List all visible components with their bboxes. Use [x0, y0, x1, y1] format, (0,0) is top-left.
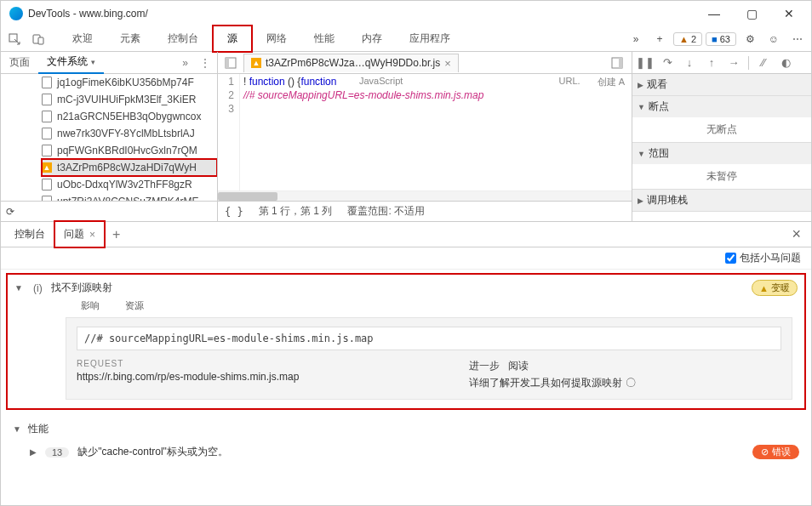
pause-icon[interactable]: ❚❚ [636, 54, 655, 71]
step-out-icon[interactable]: ↑ [702, 54, 721, 71]
maximize-button[interactable]: ▢ [733, 1, 770, 26]
read-label: 阅读 [508, 360, 529, 372]
tab-application[interactable]: 应用程序 [396, 26, 464, 51]
callstack-section[interactable]: ▶调用堆栈 [632, 190, 811, 211]
tab-memory[interactable]: 内存 [348, 26, 396, 51]
minimize-button[interactable]: — [695, 1, 733, 26]
file-item[interactable]: pqFWGnKBRdI0HvcGxln7rQM [42, 142, 217, 159]
file-icon [42, 94, 52, 105]
error-chip: 错误 [752, 445, 799, 459]
info-badge[interactable]: ■63 [706, 32, 736, 46]
perf-heading: 性能 [28, 422, 49, 436]
pause-exc-icon[interactable]: ◐ [776, 54, 795, 71]
code-area[interactable]: ! function () {function //# sourceMappin… [240, 74, 632, 190]
issue-meta-affects: 影响 [81, 299, 100, 312]
issues-label: 问题 [64, 227, 84, 242]
warnings-badge[interactable]: ▲2 [673, 32, 702, 46]
file-icon [42, 196, 52, 201]
step-icon[interactable]: → [724, 54, 743, 71]
line-gutter: 1 2 3 [218, 74, 240, 190]
watch-section[interactable]: ▶观看 [632, 74, 811, 95]
tab-performance[interactable]: 性能 [300, 26, 348, 51]
file-list: jq1ogFimeK6ibKU356bMp74F mC-j3VUIHUiFpkM… [1, 74, 217, 201]
file-item[interactable]: n21aGRCN5EHB3qObygwncox [42, 108, 217, 125]
subtabs-kebab-icon[interactable]: ⋮ [193, 57, 217, 69]
issue-code: //# sourceMappingURL=es-module-shims.min… [77, 327, 781, 350]
close-drawer-icon[interactable]: × [786, 224, 806, 245]
scope-body: 未暂停 [632, 164, 811, 189]
close-window-button[interactable]: ✕ [770, 1, 808, 26]
inspect-icon[interactable] [4, 29, 25, 49]
perf-issue-row[interactable]: ▶ 13 缺少"cache-control"标头或为空。 错误 [13, 441, 799, 463]
tab-elements[interactable]: 元素 [106, 26, 154, 51]
kebab-icon[interactable]: ⋯ [787, 29, 808, 49]
window-title: DevTools - www.bing.com/ [28, 8, 148, 20]
svg-rect-6 [619, 58, 622, 68]
expand-icon[interactable]: ▶ [30, 447, 37, 457]
feedback-icon[interactable]: ☺ [763, 29, 784, 49]
read-body[interactable]: 详细了解开发工具如何提取源映射 〇 [469, 376, 635, 390]
tab-welcome[interactable]: 欢迎 [59, 26, 106, 51]
dock-icon[interactable] [221, 57, 240, 69]
cursor-pos: 第 1 行，第 1 列 [259, 204, 333, 219]
close-tab-icon[interactable]: × [89, 229, 95, 241]
coverage-info: 覆盖范围: 不适用 [347, 204, 425, 219]
include-minor-checkbox[interactable]: 包括小马问题 [725, 251, 801, 265]
file-item[interactable]: nwe7rk30VFY-8YclMbLtsbrlAJ [42, 125, 217, 142]
file-item[interactable]: mC-j3VUIHUiFpkM3Elf_3KiER [42, 91, 217, 108]
tab-network[interactable]: 网络 [253, 26, 300, 51]
info-count: 63 [720, 34, 730, 44]
scope-section[interactable]: ▼范围 [632, 143, 811, 164]
file-icon [42, 179, 52, 190]
editor-tab-name: t3AZrPm6P8cWJza…qWyH9DDo.br.js [266, 57, 440, 69]
subtab-page[interactable]: 页面 [1, 52, 38, 73]
app-icon [9, 7, 23, 20]
close-tab-icon[interactable]: × [444, 57, 451, 70]
breakpoints-section[interactable]: ▼断点 [632, 96, 811, 117]
sync-icon[interactable]: ⟳ [6, 206, 14, 218]
device-icon[interactable] [28, 29, 49, 49]
warn-count: 2 [691, 34, 696, 44]
editor-tab[interactable]: ▲ t3AZrPm6P8cWJza…qWyH9DDo.br.js × [243, 54, 459, 72]
expand-icon[interactable]: ▼ [14, 283, 25, 293]
issue-body: //# sourceMappingURL=es-module-shims.min… [66, 317, 792, 400]
file-item[interactable]: upt7Ri3AV8CCNSuZMRK4rME [42, 193, 217, 201]
issue-count-chip: 13 [45, 447, 69, 458]
drawer-tab-issues[interactable]: 问题 × [54, 220, 106, 248]
tab-console[interactable]: 控制台 [154, 26, 212, 51]
horizontal-scrollbar[interactable] [218, 190, 632, 201]
file-icon [42, 145, 52, 156]
file-icon [42, 128, 52, 139]
filesystem-label: 文件系统 [47, 54, 88, 69]
perf-issue-msg: 缺少"cache-control"标头或为空。 [77, 445, 228, 459]
svg-rect-4 [226, 58, 229, 68]
issue-title: 找不到源映射 [51, 281, 743, 295]
more-subtabs-icon[interactable]: » [177, 57, 193, 69]
settings-icon[interactable]: ⚙ [740, 29, 760, 49]
issue-meta-resource: 资源 [125, 299, 144, 312]
lang-hint: JavaScript [359, 76, 403, 86]
add-tab-icon[interactable]: + [649, 29, 670, 49]
file-item-selected[interactable]: ▲t3AZrPm6P8cWJzaHDi7qWyH [42, 159, 217, 176]
further-label: 进一步 [469, 360, 500, 372]
deactivate-bp-icon[interactable]: ⁄⁄ [754, 54, 773, 71]
subtab-filesystem[interactable]: 文件系统 ▾ [38, 51, 104, 74]
step-over-icon[interactable]: ↷ [658, 54, 677, 71]
pretty-print-icon[interactable]: { } [225, 206, 243, 218]
svg-rect-2 [38, 37, 43, 44]
editor-dock-right-icon[interactable] [606, 57, 628, 69]
drawer-tab-console[interactable]: 控制台 [6, 222, 54, 247]
request-label: REQUEST [77, 359, 299, 368]
step-into-icon[interactable]: ↓ [680, 54, 699, 71]
request-url[interactable]: https://r.bing.com/rp/es-module-shims.mi… [77, 371, 299, 383]
perf-section-header[interactable]: ▼ 性能 [13, 417, 799, 441]
issue-group: ▼ (i) 找不到源映射 ▲变暖 影响 资源 //# sourceMapping… [6, 273, 806, 410]
tab-sources[interactable]: 源 [212, 25, 253, 53]
add-drawer-tab-icon[interactable]: + [106, 224, 127, 246]
url-hint: URL. [559, 76, 580, 88]
file-item[interactable]: jq1ogFimeK6ibKU356bMp74F [42, 74, 217, 91]
warning-icon: ▲ [42, 162, 52, 173]
file-item[interactable]: uObc-DdxqYlW3v2ThFF8gzR [42, 176, 217, 193]
more-tabs-icon[interactable]: » [626, 29, 646, 49]
file-icon [42, 111, 52, 122]
